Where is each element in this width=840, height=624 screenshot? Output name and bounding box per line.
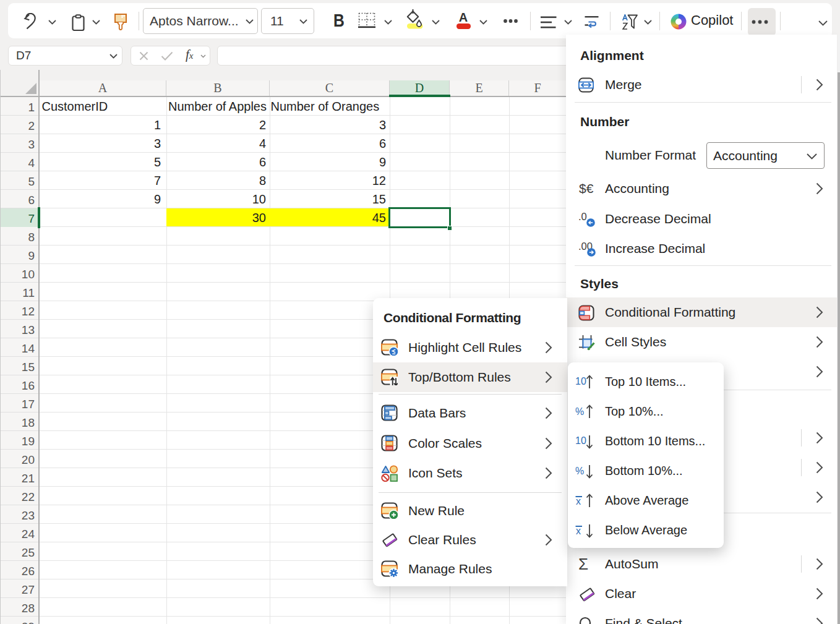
svg-text:10: 10 <box>575 376 586 387</box>
svg-text:.0: .0 <box>578 211 587 222</box>
svg-text:x: x <box>576 496 581 506</box>
svg-text:%: % <box>575 466 584 476</box>
svg-text:%: % <box>575 406 584 417</box>
svg-text:10: 10 <box>575 435 586 446</box>
svg-text:x: x <box>576 526 581 536</box>
